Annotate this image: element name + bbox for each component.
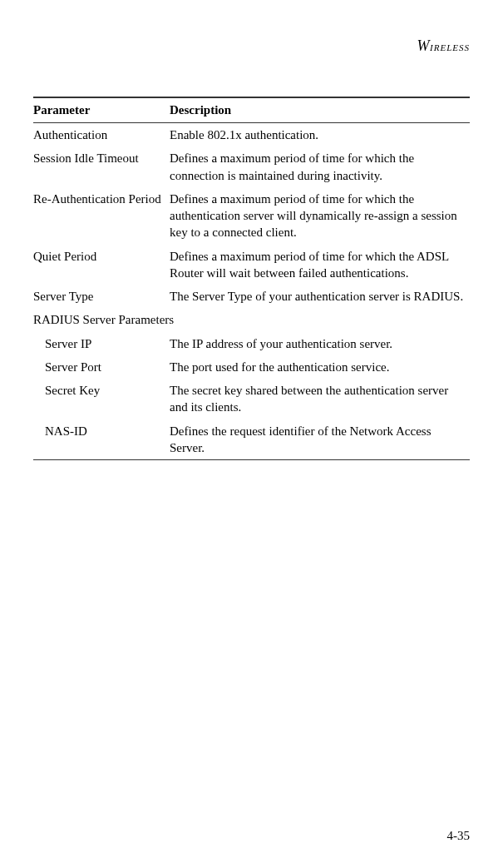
- param-cell: Session Idle Timeout: [33, 146, 170, 187]
- table-row: Server Port The port used for the authen…: [33, 355, 470, 379]
- param-cell: Quiet Period: [33, 245, 170, 285]
- desc-cell: Enable 802.1x authentication.: [170, 123, 470, 147]
- desc-cell: Defines a maximum period of time for whi…: [170, 245, 470, 285]
- param-cell: NAS-ID: [33, 419, 170, 460]
- param-cell: Authentication: [33, 123, 170, 147]
- desc-cell: The port used for the authentication ser…: [170, 355, 470, 379]
- table-row: Re-Authentication Period Defines a maxim…: [33, 187, 470, 245]
- parameter-table: Parameter Description Authentication Ena…: [33, 97, 470, 460]
- column-header-description: Description: [170, 97, 470, 123]
- desc-cell: The secret key shared between the authen…: [170, 379, 470, 419]
- desc-cell: Defines a maximum period of time for whi…: [170, 187, 470, 245]
- section-header: WIRELESS: [33, 37, 470, 55]
- param-cell: Server IP: [33, 332, 170, 355]
- table-subsection-row: RADIUS Server Parameters: [33, 308, 470, 331]
- column-header-parameter: Parameter: [33, 97, 170, 123]
- param-cell: Server Port: [33, 355, 170, 379]
- subsection-label: RADIUS Server Parameters: [33, 308, 470, 331]
- section-header-cap: W: [417, 37, 431, 54]
- param-cell: Re-Authentication Period: [33, 187, 170, 245]
- param-cell: Secret Key: [33, 379, 170, 419]
- table-row: Server Type The Server Type of your auth…: [33, 285, 470, 308]
- table-row: Session Idle Timeout Defines a maximum p…: [33, 146, 470, 187]
- table-row: Secret Key The secret key shared between…: [33, 379, 470, 419]
- param-cell: Server Type: [33, 285, 170, 308]
- table-row: Authentication Enable 802.1x authenticat…: [33, 123, 470, 147]
- desc-cell: The IP address of your authentication se…: [170, 332, 470, 355]
- desc-cell: Defines the request identifier of the Ne…: [170, 419, 470, 460]
- table-row: Quiet Period Defines a maximum period of…: [33, 245, 470, 285]
- section-header-rest: IRELESS: [430, 42, 470, 52]
- table-row: Server IP The IP address of your authent…: [33, 332, 470, 355]
- desc-cell: The Server Type of your authentication s…: [170, 285, 470, 308]
- page-number: 4-35: [447, 829, 471, 843]
- desc-cell: Defines a maximum period of time for whi…: [170, 146, 470, 187]
- table-row: NAS-ID Defines the request identifier of…: [33, 419, 470, 460]
